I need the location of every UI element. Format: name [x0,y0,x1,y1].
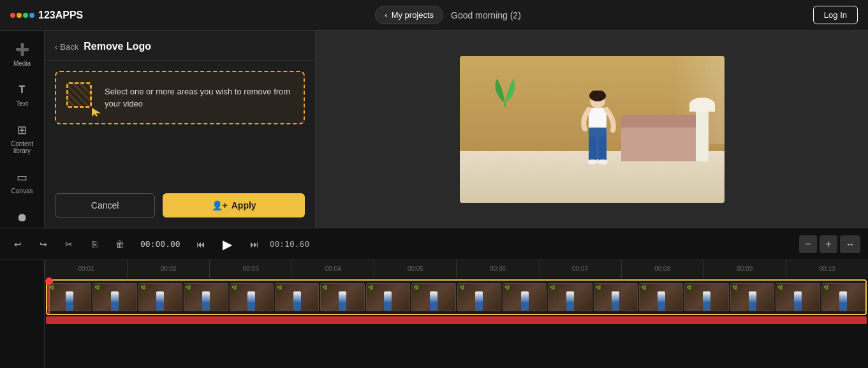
back-label: Back [60,42,78,52]
sidebar-item-canvas[interactable]: ▭ Canvas [3,163,41,201]
logo-text: 123APPS [38,10,83,21]
greeting-text: Good morning (2) [451,10,521,20]
sofa [621,126,698,161]
timeline-zoom-controls: − + ↔ [799,235,860,253]
timeline-playhead[interactable] [48,281,50,314]
sidebar-item-label: Content library [7,140,38,154]
logo-dot-orange [17,13,22,18]
ruler-marks: 00:01 00:02 00:03 00:04 00:05 00:06 00:0… [45,260,868,278]
my-projects-button[interactable]: ‹ My projects [375,6,443,24]
track-frame: 🌿 [47,283,91,311]
person-silhouette [578,91,617,173]
track-frame: 🌿 [411,283,455,311]
apply-label: Apply [232,200,256,210]
panel-actions: Cancel 👤+ Apply [45,193,315,228]
back-button[interactable]: ‹ Back [55,42,78,52]
svg-point-6 [587,159,598,165]
zoom-out-button[interactable]: − [799,235,817,253]
sidebar-item-content-library[interactable]: ⊞ Content library [3,116,41,161]
redo-button[interactable]: ↪ [33,234,54,254]
timeline-body: 00:01 00:02 00:03 00:04 00:05 00:06 00:0… [0,260,868,368]
ruler-mark: 00:02 [127,260,209,278]
svg-rect-2 [589,108,607,128]
track-frame: 🌿 [548,283,592,311]
sidebar: ➕ Media T Text ⊞ Content library ▭ Canva… [0,31,45,228]
timeline-ruler: 00:01 00:02 00:03 00:04 00:05 00:06 00:0… [45,260,868,278]
timeline-section: ↩ ↪ ✂ ⎘ 🗑 00:00.00 ⏮ ▶ ⏭ 00:10.60 − + ↔ … [0,228,868,368]
playhead-marker [45,277,53,285]
svg-rect-5 [599,136,607,161]
sidebar-item-text[interactable]: T Text [3,76,41,114]
ruler-mark: 00:04 [291,260,374,278]
undo-button[interactable]: ↩ [8,234,28,254]
track-frame: 🌿 [138,283,182,311]
logo-overlay [486,73,524,108]
sidebar-item-label: Text [16,100,27,107]
track-frame: 🌿 [730,283,774,311]
video-preview [460,56,725,203]
fast-forward-button[interactable]: ⏭ [244,234,265,254]
track-frame: 🌿 [776,283,820,311]
cancel-button[interactable]: Cancel [55,193,155,217]
apply-button[interactable]: 👤+ Apply [163,193,305,217]
ruler-mark: 00:07 [539,260,621,278]
logo-dots [10,13,34,18]
panel-title: Remove Logo [84,41,151,52]
track-frame: 🌿 [594,283,638,311]
svg-point-7 [598,159,608,165]
text-icon: T [15,82,30,98]
marker-track [46,316,867,324]
sidebar-item-media[interactable]: ➕ Media [3,36,41,73]
app-logo: 123APPS [10,10,83,21]
logo-dot-red [10,13,15,18]
track-frame: 🌿 [92,283,136,311]
content-library-icon: ⊞ [15,122,30,138]
video-track[interactable]: const framesDiv = document.currentScript… [46,279,867,315]
record-icon: ⏺ [15,210,30,225]
cut-button[interactable]: ✂ [59,234,79,254]
ruler-mark: 00:01 [45,260,127,278]
fit-to-window-button[interactable]: ↔ [840,235,860,253]
track-frame: 🌿 [503,283,547,311]
total-time: 00:10.60 [270,239,310,249]
track-frame: 🌿 [275,283,319,311]
room-scene [460,56,725,203]
track-labels [0,260,45,368]
panel-body: Select one or more areas you wish to rem… [45,61,315,193]
topbar-center: ‹ My projects Good morning (2) [375,6,521,24]
leaf-logo-svg [486,70,524,112]
media-icon: ➕ [15,42,30,57]
logo-dot-blue [29,13,34,18]
selection-area-icon [66,82,97,113]
remove-logo-panel: ‹ Back Remove Logo Select one or more ar… [45,31,316,228]
sofa-back [621,115,698,128]
video-preview-area [316,31,868,228]
track-frame: 🌿 [184,283,228,311]
ruler-mark: 00:09 [703,260,786,278]
copy-button[interactable]: ⎘ [84,234,105,254]
chevron-left-icon: ‹ [385,10,387,20]
instruction-text: Select one or more areas you wish to rem… [105,85,293,110]
my-projects-label: My projects [392,10,434,20]
apply-icon: 👤+ [212,200,228,210]
play-button[interactable]: ▶ [216,233,239,256]
delete-button[interactable]: 🗑 [110,234,130,254]
track-frame: 🌿 [684,283,728,311]
instruction-box: Select one or more areas you wish to rem… [55,71,305,124]
chevron-left-icon: ‹ [55,42,57,52]
track-frame: 🌿 [639,283,683,311]
current-time: 00:00.00 [140,239,180,249]
video-frames: const framesDiv = document.currentScript… [47,283,865,311]
main-area: ➕ Media T Text ⊞ Content library ▭ Canva… [0,31,868,228]
panel-header: ‹ Back Remove Logo [45,31,315,61]
ruler-mark: 00:10 [786,260,868,278]
ruler-mark: 00:05 [374,260,456,278]
track-area: 00:01 00:02 00:03 00:04 00:05 00:06 00:0… [45,260,868,368]
sidebar-item-label: Canvas [11,188,33,195]
login-button[interactable]: Log In [813,6,858,24]
lamp [696,110,709,161]
rewind-button[interactable]: ⏮ [191,234,211,254]
sidebar-item-record[interactable]: ⏺ Record [3,203,41,228]
ruler-mark: 00:03 [209,260,291,278]
zoom-in-button[interactable]: + [820,235,837,253]
